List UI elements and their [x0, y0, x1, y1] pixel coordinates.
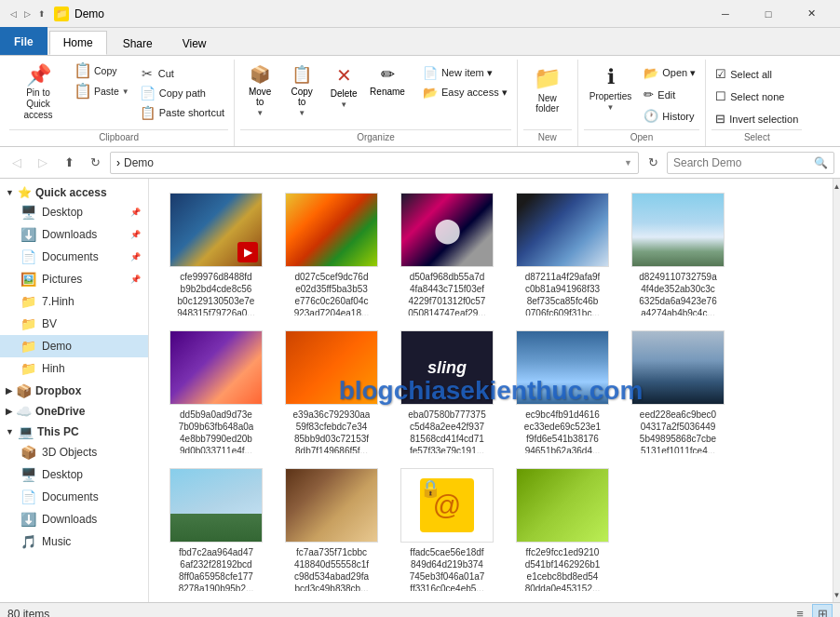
forward-button[interactable]: ▷: [32, 152, 54, 174]
quick-access-label: Quick access: [35, 186, 107, 199]
new-item-button[interactable]: 📄 New item ▾: [419, 64, 511, 82]
paste-button[interactable]: 📋 Paste ▼: [69, 82, 134, 101]
history-button[interactable]: 🕐 History: [640, 107, 699, 125]
tab-view[interactable]: View: [169, 31, 221, 55]
copy-path-button[interactable]: 📄 Copy path: [136, 84, 228, 102]
downloads-icon: ⬇️: [20, 227, 36, 242]
select-all-icon: ☑: [715, 67, 726, 81]
quick-access-header[interactable]: ▼ ⭐ Quick access: [0, 182, 148, 201]
close-button[interactable]: ✕: [790, 0, 833, 28]
file-thumbnail: [169, 330, 263, 405]
file-thumbnail: [631, 193, 725, 267]
copy-label: Copy: [94, 65, 117, 77]
sidebar-item-pictures[interactable]: 🖼️ Pictures 📌: [0, 268, 148, 290]
back-button[interactable]: ◁: [6, 152, 28, 174]
list-view-button[interactable]: ≡: [790, 604, 810, 618]
search-input[interactable]: [673, 156, 810, 169]
copy-button[interactable]: 📋 Copy: [69, 61, 134, 80]
cut-button[interactable]: ✂ Cut: [136, 64, 228, 83]
sidebar-item-music[interactable]: 🎵 Music: [0, 530, 148, 553]
sidebar-item-downloads[interactable]: ⬇️ Downloads 📌: [0, 223, 148, 246]
invert-icon: ⊟: [715, 112, 725, 126]
tab-home[interactable]: Home: [49, 31, 107, 55]
thispc-header[interactable]: ▼ 💻 This PC: [0, 421, 148, 441]
file-item[interactable]: d027c5cef9dc76de02d35ff5ba3b53e776c0c260…: [276, 186, 387, 320]
file-thumbnail: [285, 193, 378, 267]
file-item[interactable]: ec9bc4fb91d4616ec33ede69c523e1f9fd6e541b…: [507, 324, 618, 458]
select-all-button[interactable]: ☑ Select all: [711, 65, 802, 83]
nav-back-btn[interactable]: ◁: [7, 8, 20, 20]
address-path[interactable]: › Demo ▼: [110, 152, 639, 174]
file-item[interactable]: @ 🔒 ffadc5cae56e18df849d64d219b374745eb3…: [391, 462, 503, 596]
address-dropdown-icon: ▼: [624, 158, 632, 168]
up-button[interactable]: ⬆: [58, 152, 80, 174]
sidebar-item-documents2[interactable]: 📄 Documents: [0, 486, 148, 508]
select-group-label: Select: [711, 129, 802, 146]
content-area: blogchiasekienthuc.com ▶ cfe99976d8488fd…: [149, 179, 833, 602]
invert-selection-button[interactable]: ⊟ Invert selection: [711, 110, 802, 127]
scroll-down-btn[interactable]: ▼: [833, 587, 840, 602]
file-item[interactable]: d87211a4f29afa9fc0b81a941968f338ef735ca8…: [507, 186, 618, 320]
file-item[interactable]: eed228ea6c9bec004317a2f50364495b49895868…: [622, 324, 734, 458]
address-bar: ◁ ▷ ⬆ ↻ › Demo ▼ ↻ 🔍: [0, 147, 840, 179]
edit-button[interactable]: ✏ Edit: [640, 86, 699, 103]
nav-up-btn[interactable]: ⬆: [35, 8, 48, 20]
file-item[interactable]: sling eba07580b777375c5d48a2ee42f9378156…: [391, 324, 503, 458]
search-box[interactable]: 🔍: [667, 152, 834, 174]
file-item[interactable]: fbd7c2aa964ad476af232f28192bcd8ff0a65958…: [160, 462, 272, 596]
new-group-label: New: [523, 129, 572, 146]
sidebar-item-7hinh[interactable]: 📁 7.Hinh: [0, 290, 148, 313]
pin-to-quick-access-button[interactable]: 📌 Pin to Quickaccess: [9, 61, 67, 125]
sidebar-item-desktop[interactable]: 🖥️ Desktop 📌: [0, 201, 148, 223]
file-item[interactable]: ffc2e9fcc1ed9210d541bf1462926b1e1cebc8bd…: [507, 462, 618, 596]
sidebar-item-desktop2[interactable]: 🖥️ Desktop: [0, 463, 148, 486]
sidebar-item-downloads2[interactable]: ⬇️ Downloads: [0, 508, 148, 530]
paste-shortcut-button[interactable]: 📋 Paste shortcut: [136, 103, 228, 122]
tab-file[interactable]: File: [0, 27, 47, 55]
sidebar-item-3dobjects[interactable]: 📦 3D Objects: [0, 441, 148, 463]
organize-group-label: Organize: [240, 129, 511, 146]
easy-access-button[interactable]: 📂 Easy access ▾: [419, 84, 511, 101]
scroll-up-btn[interactable]: ▲: [833, 179, 840, 194]
refresh-button[interactable]: ↻: [84, 152, 106, 174]
delete-icon: ✕: [336, 64, 352, 87]
sidebar: ▼ ⭐ Quick access 🖥️ Desktop 📌 ⬇️ Downloa…: [0, 179, 149, 602]
address-refresh[interactable]: ↻: [643, 153, 663, 173]
nav-forward-btn[interactable]: ▷: [21, 8, 34, 20]
sidebar-item-demo[interactable]: 📁 Demo: [0, 335, 148, 357]
file-item[interactable]: ⬤ d50af968db55a7d4fa8443c715f03ef4229f70…: [391, 186, 503, 320]
open-button[interactable]: 📂 Open ▾: [640, 64, 699, 82]
demo-label: Demo: [42, 340, 72, 353]
minimize-button[interactable]: ─: [704, 0, 747, 28]
new-folder-button[interactable]: 📁 Newfolder: [523, 61, 572, 117]
file-item[interactable]: fc7aa735f71cbbc418840d55558c1fc98d534aba…: [276, 462, 387, 596]
copy-to-button[interactable]: 📋 Copyto ▼: [282, 61, 321, 120]
maximize-button[interactable]: □: [747, 0, 790, 28]
sidebar-item-bv[interactable]: 📁 BV: [0, 313, 148, 335]
file-item[interactable]: d8249110732759a4f4de352ab30c3c6325da6a94…: [622, 186, 734, 320]
scrollbar[interactable]: ▲ ▼: [833, 179, 840, 602]
file-item[interactable]: dd5b9a0ad9d73e7b09b63fb648a0a4e8bb7990ed…: [160, 324, 272, 458]
address-text: Demo: [124, 156, 154, 169]
file-name: d50af968db55a7d4fa8443c715f03ef4229f7013…: [408, 271, 485, 315]
copy-icon: 📋: [74, 63, 92, 78]
paste-icon: 📋: [74, 84, 92, 99]
file-item[interactable]: ▶ cfe99976d8488fdb9b2bd4cde8c56b0c129130…: [160, 186, 272, 320]
documents2-icon: 📄: [20, 490, 36, 504]
file-item[interactable]: e39a36c792930aa59f83cfebdc7e3485bb9d03c7…: [276, 324, 387, 458]
onedrive-header[interactable]: ▶ ☁️ OneDrive: [0, 400, 148, 421]
onedrive-label: OneDrive: [35, 405, 85, 418]
grid-view-button[interactable]: ⊞: [812, 604, 833, 618]
sidebar-item-hinh[interactable]: 📁 Hinh: [0, 357, 148, 380]
select-none-button[interactable]: ☐ Select none: [711, 87, 802, 105]
delete-button[interactable]: ✕ Delete ▼: [324, 61, 363, 112]
tab-share[interactable]: Share: [109, 31, 167, 55]
ribbon-group-clipboard: 📌 Pin to Quickaccess 📋 Copy 📋 Paste ▼ ✂: [4, 60, 235, 146]
select-all-label: Select all: [730, 69, 772, 80]
rename-button[interactable]: ✏ Rename: [366, 61, 409, 100]
sidebar-item-documents[interactable]: 📄 Documents 📌: [0, 246, 148, 268]
properties-button[interactable]: ℹ Properties ▼: [584, 61, 638, 115]
move-to-button[interactable]: 📦 Moveto ▼: [240, 61, 279, 120]
desktop2-label: Desktop: [42, 468, 83, 481]
dropbox-header[interactable]: ▶ 📦 Dropbox: [0, 380, 148, 400]
